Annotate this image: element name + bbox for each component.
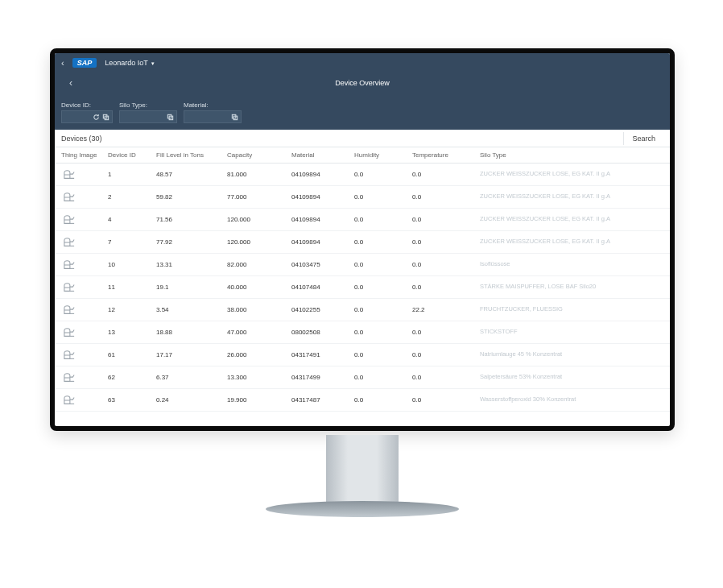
cell-silo-type: STÄRKE MAISPUFFER, LOSE BAF Silo20 [480,284,663,290]
table-row[interactable]: 471.56120.000041098940.00.0ZUCKER WEISSZ… [55,209,670,231]
cell-device-id: 7 [108,238,156,246]
cell-device-id: 10 [108,261,156,268]
value-help-icon[interactable] [167,114,174,121]
table-row[interactable]: 1119.140.000041074840.00.0STÄRKE MAISPUF… [55,276,670,299]
cell-capacity: 120.000 [227,216,291,223]
cell-material: 04109894 [291,238,354,246]
cell-silo-type: Salpetersäure 53% Konzentrat [480,374,663,380]
cell-device-id: 4 [108,216,156,223]
cell-device-id: 62 [108,374,156,381]
cell-humidity: 0.0 [354,238,412,246]
cell-device-id: 12 [108,306,156,313]
silo-icon [61,304,77,317]
cell-temperature: 0.0 [412,329,480,336]
cell-device-id: 63 [108,396,156,404]
page-back-icon[interactable]: ‹ [69,77,72,89]
cell-material: 04102255 [291,306,354,313]
cell-humidity: 0.0 [354,306,412,313]
device-table: Thing Image Device ID Fill Level in Tons… [55,147,670,426]
silo-icon [61,371,77,384]
table-row[interactable]: 148.5781.000041098940.00.0ZUCKER WEISSZU… [55,164,670,186]
silo-icon [61,349,77,362]
cell-silo-type: Wasserstoffperoxid 30% Konzentrat [480,396,663,403]
silo-icon [61,394,77,407]
cell-temperature: 0.0 [412,396,480,404]
cell-device-id: 11 [108,284,156,291]
refresh-icon[interactable] [93,114,100,121]
cell-material: 04317499 [291,374,354,381]
cell-temperature: 0.0 [412,374,480,381]
shell-product-title[interactable]: Leonardo IoT▼ [105,59,155,67]
silo-icon [61,191,77,204]
cell-humidity: 0.0 [354,374,412,381]
filter-silo-type-input[interactable] [119,110,177,123]
col-fill-level: Fill Level in Tons [156,151,227,159]
col-material: Material [291,151,354,159]
nav-back-icon[interactable]: ‹ [61,58,64,68]
filter-silo-type-label: Silo Type: [119,101,177,109]
cell-material: 04109894 [291,216,354,223]
cell-temperature: 0.0 [412,351,480,358]
screen: ‹ SAP Leonardo IoT▼ ‹ Device Overview De… [55,53,670,426]
table-row[interactable]: 626.3713.300043174990.00.0Salpetersäure … [55,366,670,389]
table-row[interactable]: 123.5438.000041022550.022.2FRUCHTZUCKER,… [55,299,670,321]
table-row[interactable]: 1318.8847.000080025080.00.0STICKSTOFF [55,321,670,344]
filter-bar: Device ID: Silo Type: Material: [55,93,670,130]
cell-silo-type: ZUCKER WEISSZUCKER LOSE, EG KAT. II g.A [480,216,663,222]
silo-icon [61,236,77,249]
cell-material: 04317487 [291,396,354,404]
cell-device-id: 2 [108,193,156,201]
table-row[interactable]: 1013.3182.000041034750.00.0Isoflüssose [55,254,670,276]
cell-humidity: 0.0 [354,284,412,291]
value-help-icon[interactable] [231,114,238,121]
cell-fill-level: 17.17 [156,351,227,358]
table-row[interactable]: 259.8277.000041098940.00.0ZUCKER WEISSZU… [55,186,670,209]
cell-humidity: 0.0 [354,193,412,201]
cell-temperature: 0.0 [412,216,480,223]
cell-silo-type: STICKSTOFF [480,329,663,335]
cell-humidity: 0.0 [354,216,412,223]
sap-logo: SAP [72,58,97,68]
table-row[interactable]: 777.92120.000041098940.00.0ZUCKER WEISSZ… [55,231,670,254]
cell-capacity: 26.000 [227,351,291,358]
filter-device-id: Device ID: [61,101,113,123]
value-help-icon[interactable] [102,114,109,121]
cell-capacity: 120.000 [227,238,291,246]
col-temperature: Temperature [412,151,480,159]
col-capacity: Capacity [227,151,291,159]
cell-capacity: 77.000 [227,193,291,201]
cell-silo-type: FRUCHTZUCKER, FLUESSIG [480,306,663,313]
table-header-row: Thing Image Device ID Fill Level in Tons… [55,147,670,164]
cell-humidity: 0.0 [354,171,412,178]
col-thing-image: Thing Image [61,151,108,159]
cell-humidity: 0.0 [354,329,412,336]
cell-device-id: 13 [108,329,156,336]
cell-device-id: 61 [108,351,156,358]
page-header: ‹ Device Overview [55,72,670,93]
filter-device-id-input[interactable] [61,110,113,123]
table-row[interactable]: 6117.1726.000043174910.00.0Natriumlauge … [55,344,670,366]
cell-humidity: 0.0 [354,261,412,268]
silo-icon [61,168,77,181]
col-device-id: Device ID [108,151,156,159]
search-button[interactable]: Search [623,132,663,145]
table-row[interactable]: 630.2419.900043174870.00.0Wasserstoffper… [55,389,670,412]
cell-capacity: 47.000 [227,329,291,336]
cell-material: 04109894 [291,171,354,178]
cell-fill-level: 6.37 [156,374,227,381]
cell-humidity: 0.0 [354,396,412,404]
cell-silo-type: ZUCKER WEISSZUCKER LOSE, EG KAT. II g.A [480,171,663,177]
monitor-stand-base [266,501,459,517]
cell-silo-type: ZUCKER WEISSZUCKER LOSE, EG KAT. II g.A [480,238,663,245]
silo-icon [61,213,77,226]
col-silo-type: Silo Type [480,151,663,159]
table-toolbar: Devices (30) Search [55,130,670,147]
filter-material-input[interactable] [184,110,242,123]
silo-icon [61,326,77,339]
cell-silo-type: ZUCKER WEISSZUCKER LOSE, EG KAT. II g.A [480,193,663,200]
silo-icon [61,281,77,294]
cell-fill-level: 19.1 [156,284,227,291]
cell-fill-level: 0.24 [156,396,227,404]
cell-fill-level: 71.56 [156,216,227,223]
cell-capacity: 38.000 [227,306,291,313]
